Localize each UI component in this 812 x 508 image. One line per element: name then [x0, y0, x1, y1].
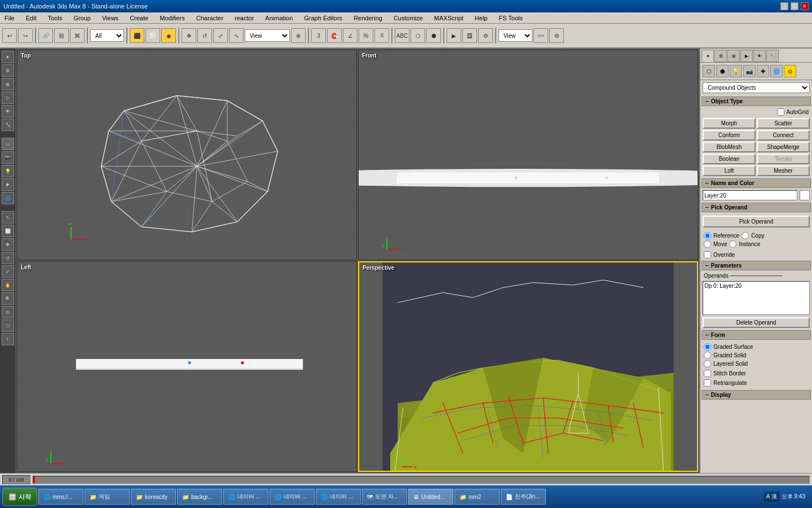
menu-graph-editors[interactable]: Graph Editors [302, 15, 345, 21]
taskbar-item-3[interactable]: 📁 backgr... [177, 489, 222, 505]
menu-modifiers[interactable]: Modifiers [157, 15, 187, 21]
pick-operand-header[interactable]: Pick Operand [701, 203, 811, 212]
toolbar-settings[interactable]: ⚙ [549, 28, 564, 43]
left-cameras[interactable]: 📷 [2, 151, 14, 164]
color-swatch[interactable] [800, 190, 810, 200]
left-scale[interactable]: ⤢ [2, 265, 14, 278]
radio-reference[interactable] [704, 232, 711, 239]
left-modify[interactable]: ⚙ [2, 64, 14, 77]
operands-list[interactable]: Op 0: Layer:20 [703, 281, 810, 315]
toolbar-array[interactable]: ⬢ [426, 28, 441, 43]
toolbar-select-region[interactable]: ⬜ [145, 28, 160, 43]
display-header[interactable]: Display [701, 390, 811, 400]
viewport-front[interactable]: Front Z X [358, 50, 698, 260]
toolbar-glasses[interactable]: 👓 [533, 28, 548, 43]
timeline-bar[interactable] [33, 476, 810, 484]
menu-tools[interactable]: Tools [46, 15, 65, 21]
taskbar-item-4[interactable]: 🌐 네이버 ... [223, 489, 268, 505]
left-motion[interactable]: ▷ [2, 91, 14, 104]
toolbar-render-last[interactable]: ▶ [447, 28, 461, 43]
toolbar-undo[interactable]: ↩ [2, 28, 17, 43]
rp-icon-systems[interactable]: ⊙ [784, 65, 796, 77]
toolbar-redo[interactable]: ↪ [18, 28, 33, 43]
start-button[interactable]: 🪟 시작 [2, 488, 37, 506]
left-select[interactable]: ↖ [2, 211, 14, 224]
toolbar-quick-render[interactable]: 🖼 [462, 28, 477, 43]
taskbar-item-1[interactable]: 📁 게임 [85, 489, 130, 505]
toolbar-select-highlight[interactable]: ◉ [161, 28, 176, 43]
left-move[interactable]: ✥ [2, 238, 14, 251]
delete-operand-button[interactable]: Delete Operand [703, 317, 810, 328]
name-color-header[interactable]: Name and Color [701, 178, 811, 188]
taskbar-item-6[interactable]: 🌐 네이버 ... [316, 489, 361, 505]
selection-filter[interactable]: All [90, 29, 124, 42]
toolbar-unlink[interactable]: ⛓ [54, 28, 69, 43]
taskbar-item-0[interactable]: 🌐 mms:/... [38, 489, 83, 505]
toolbar-scale-uniform[interactable]: ⤡ [229, 28, 244, 43]
btn-mesher[interactable]: Mesher [757, 165, 810, 176]
minimize-button[interactable]: _ [780, 2, 788, 10]
compound-objects-dropdown[interactable]: Compound Objects [703, 82, 810, 93]
rp-tab-hierarchy[interactable]: ⊞ [727, 50, 740, 62]
left-helpers[interactable]: ✚ [2, 178, 14, 191]
parameters-header[interactable]: Parameters [701, 261, 811, 270]
ime-indicator[interactable]: A 漢 [764, 492, 779, 502]
taskbar-item-5[interactable]: 🌐 네이버 ... [270, 489, 315, 505]
left-pan[interactable]: ✋ [2, 279, 14, 291]
taskbar-item-7[interactable]: 🗺 도면 자... [362, 489, 407, 505]
viewport-left[interactable]: Left Z Y [17, 261, 357, 472]
menu-rendering[interactable]: Rendering [351, 15, 385, 21]
left-zoom[interactable]: 🔍 [2, 292, 14, 305]
menu-file[interactable]: File [2, 15, 17, 21]
rp-tab-utilities[interactable]: 🔧 [766, 50, 779, 62]
btn-terrain[interactable]: Terrain [757, 154, 810, 164]
taskbar-item-2[interactable]: 📁 koreacity [131, 489, 176, 505]
btn-scatter[interactable]: Scatter [757, 118, 810, 129]
toolbar-select-link[interactable]: 🔗 [38, 28, 53, 43]
rp-icon-lights[interactable]: 💡 [730, 65, 742, 77]
menu-maxscript[interactable]: MAXScript [432, 15, 466, 21]
radio-move[interactable] [704, 240, 711, 248]
menu-animation[interactable]: Animation [263, 15, 295, 21]
stitch-border-checkbox[interactable] [704, 370, 711, 377]
override-checkbox[interactable] [704, 251, 711, 259]
radio-layered-solid[interactable] [704, 360, 711, 367]
radio-copy[interactable] [742, 232, 749, 239]
menu-reactor[interactable]: reactor [232, 15, 256, 21]
btn-conform[interactable]: Conform [703, 130, 756, 141]
rp-tab-motion[interactable]: ▶ [740, 50, 753, 62]
menu-help[interactable]: Help [473, 15, 490, 21]
left-select-region[interactable]: ⬜ [2, 225, 14, 237]
retriangulate-checkbox[interactable] [704, 379, 711, 387]
menu-character[interactable]: Character [194, 15, 226, 21]
close-button[interactable]: ✕ [801, 2, 809, 10]
left-lights[interactable]: 💡 [2, 165, 14, 177]
radio-graded-solid[interactable] [704, 352, 711, 359]
autogrid-checkbox[interactable] [777, 108, 784, 116]
toolbar-bind-spacewarp[interactable]: ⌘ [70, 28, 85, 43]
btn-boolean[interactable]: Boolean [703, 154, 756, 164]
toolbar-render-setup[interactable]: ⚙ [478, 28, 493, 43]
btn-shapemerge[interactable]: ShapeMerge [757, 142, 810, 152]
left-create[interactable]: ✦ [2, 51, 14, 63]
left-spacewarps[interactable]: 🌀 [2, 192, 14, 204]
menu-customize[interactable]: Customize [391, 15, 425, 21]
rp-icon-helpers[interactable]: ✚ [757, 65, 769, 77]
rp-tab-create[interactable]: ✦ [701, 50, 714, 62]
rp-tab-modify[interactable]: ⚙ [714, 50, 727, 62]
rp-icon-cameras[interactable]: 📷 [743, 65, 756, 77]
menu-create[interactable]: Create [127, 15, 151, 21]
radio-graded-surface[interactable] [704, 343, 711, 351]
rp-tab-display[interactable]: 👁 [753, 50, 766, 62]
maximize-button[interactable]: □ [791, 2, 798, 10]
view-type[interactable]: View [498, 29, 532, 42]
toolbar-edit-named[interactable]: ABC [395, 28, 409, 43]
menu-group[interactable]: Group [71, 15, 93, 21]
left-rotate[interactable]: ↺ [2, 252, 14, 264]
pick-operand-button[interactable]: Pick Operand [703, 216, 810, 227]
toolbar-snap-toggle[interactable]: 🧲 [327, 28, 342, 43]
taskbar-item-8[interactable]: 🖥 Untitled... [408, 489, 453, 505]
rp-icon-shapes[interactable]: ⬟ [716, 65, 729, 77]
toolbar-snap-3d[interactable]: 3 [311, 28, 326, 43]
viewport-perspective[interactable]: Perspective [358, 261, 698, 472]
